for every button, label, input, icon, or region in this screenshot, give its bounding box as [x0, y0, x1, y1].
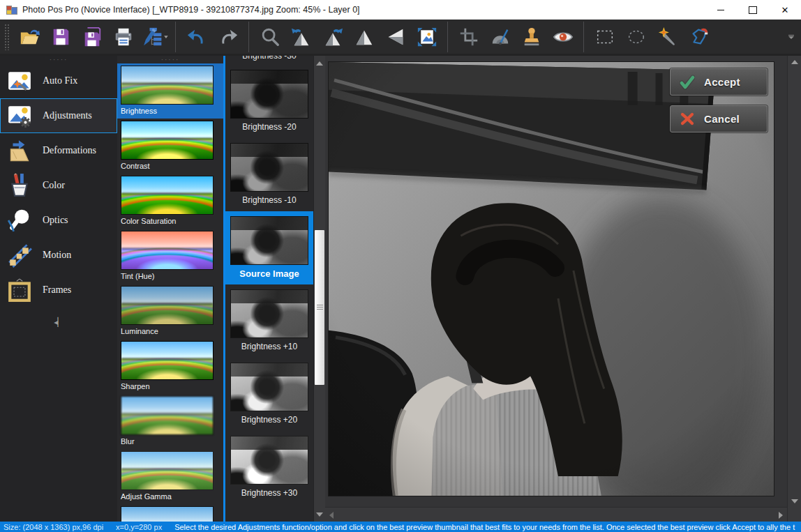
sidebar-item-optics[interactable]: Optics	[0, 203, 117, 238]
function-item-contrast[interactable]: Contrast	[117, 119, 223, 174]
action-buttons: Accept Cancel	[670, 68, 768, 132]
accept-button[interactable]: Accept	[670, 68, 768, 96]
straighten-button[interactable]	[484, 21, 516, 53]
preview-item-brightness-10[interactable]: Brightness -10	[225, 138, 313, 211]
function-item-color-saturation[interactable]: Color Saturation	[117, 174, 223, 229]
auto-fix-icon	[7, 68, 32, 93]
minimize-button[interactable]	[705, 0, 737, 20]
rotate-left-button[interactable]	[285, 21, 317, 53]
magic-wand-button[interactable]	[652, 21, 683, 53]
preview-thumbnail	[230, 70, 308, 119]
sidebar-item-deformations[interactable]: Deformations	[0, 133, 117, 168]
sidebar-item-color[interactable]: Color	[0, 168, 117, 203]
toolbar-grip[interactable]	[4, 24, 10, 50]
preview-item-brightness-20[interactable]: Brightness +20	[225, 358, 313, 431]
crop-icon	[458, 26, 479, 47]
function-item-tint-hue[interactable]: Tint (Hue)	[117, 229, 223, 284]
rotate-right-button[interactable]	[317, 21, 348, 53]
resize-image-button[interactable]	[411, 21, 442, 53]
preview-item-source-image[interactable]: Source Image	[225, 211, 313, 284]
ellipse-select-button[interactable]	[620, 21, 652, 53]
cancel-label: Cancel	[704, 113, 740, 125]
scroll-down-icon[interactable]	[791, 499, 798, 503]
canvas-vertical-scrollbar[interactable]	[788, 56, 801, 508]
scroll-right-icon[interactable]	[779, 512, 783, 519]
zoom-icon	[260, 26, 280, 47]
batch-edit-button[interactable]	[139, 21, 170, 53]
scroll-left-icon[interactable]	[329, 512, 334, 519]
collapse-panel-icon[interactable]: ◂▏	[0, 317, 117, 327]
canvas-horizontal-scrollbar[interactable]	[325, 507, 787, 522]
close-button[interactable]: ✕	[769, 0, 801, 20]
function-item-blur[interactable]: Blur	[117, 394, 223, 449]
function-item-brightness[interactable]: Brightness	[117, 63, 223, 119]
window-controls: ✕	[705, 0, 801, 20]
preview-item-brightness-10[interactable]: Brightness +10	[225, 284, 313, 358]
sidebar-item-motion[interactable]: Motion	[0, 238, 117, 273]
previews-scrollbar[interactable]	[313, 56, 325, 522]
function-item-luminance[interactable]: Luminance	[117, 284, 223, 339]
sidebar-item-auto-fix[interactable]: Auto Fix	[0, 63, 117, 98]
scroll-up-icon[interactable]	[314, 58, 325, 68]
maximize-icon	[749, 6, 757, 14]
print-button[interactable]	[107, 21, 139, 53]
crop-button[interactable]	[453, 21, 484, 53]
preview-thumbnail	[230, 143, 308, 192]
save-as-icon	[82, 26, 103, 47]
accept-label: Accept	[704, 76, 740, 88]
previews-panel: Brightness -30Brightness -20Brightness -…	[223, 56, 325, 522]
sidebar-item-label: Optics	[43, 215, 68, 226]
function-thumbnail	[121, 176, 214, 215]
function-thumbnail	[121, 66, 214, 105]
magnetic-lasso-icon	[689, 26, 710, 47]
scroll-up-icon[interactable]	[791, 60, 798, 64]
flip-horizontal-icon	[385, 26, 406, 47]
close-icon: ✕	[781, 6, 789, 15]
open-button[interactable]	[13, 21, 45, 53]
function-label: Color Saturation	[121, 217, 223, 225]
function-item-sharpen[interactable]: Sharpen	[117, 339, 223, 394]
title-bar: Photo Pos Pro (Novice Interface) [_WTP89…	[0, 0, 801, 20]
maximize-button[interactable]	[737, 0, 769, 20]
function-thumbnail	[121, 506, 214, 522]
cancel-button[interactable]: Cancel	[670, 105, 768, 132]
toolbar-separator	[248, 22, 249, 52]
flip-horizontal-button[interactable]	[380, 21, 411, 53]
preview-label: Source Image	[225, 268, 313, 279]
save-button[interactable]	[45, 21, 76, 53]
toolbar-overflow-icon[interactable]	[788, 35, 794, 39]
preview-item-brightness-20[interactable]: Brightness -20	[225, 65, 313, 138]
preview-item-brightness-30[interactable]: Brightness -30	[225, 56, 313, 65]
function-item-partial[interactable]	[117, 504, 223, 522]
open-icon	[19, 26, 40, 47]
undo-button[interactable]	[181, 21, 212, 53]
magnetic-lasso-button[interactable]	[683, 21, 714, 53]
window-title: Photo Pos Pro (Novice Interface) [_WTP89…	[22, 5, 360, 15]
scroll-down-icon[interactable]	[314, 509, 325, 519]
clone-stamp-button[interactable]	[516, 21, 547, 53]
previews-scrollbar-thumb[interactable]	[315, 230, 324, 385]
rect-select-icon	[594, 26, 615, 47]
save-as-button[interactable]	[76, 21, 107, 53]
rect-select-button[interactable]	[589, 21, 620, 53]
preview-item-brightness-30[interactable]: Brightness +30	[225, 431, 313, 504]
zoom-button[interactable]	[254, 21, 285, 53]
sidebar-item-adjustments[interactable]: Adjustments	[0, 98, 117, 133]
optics-icon	[7, 208, 32, 233]
functions-grip[interactable]: ·····	[117, 57, 223, 63]
image-size-status: Size: (2048 x 1363) px,96 dpi	[3, 523, 103, 531]
sidebar-item-label: Adjustments	[43, 110, 92, 121]
sidebar-item-label: Auto Fix	[43, 75, 77, 86]
preview-thumbnail	[230, 363, 308, 411]
red-eye-button[interactable]	[547, 21, 578, 53]
flip-vertical-button[interactable]	[348, 21, 380, 53]
function-thumbnail	[121, 231, 214, 270]
undo-icon	[186, 26, 207, 47]
preview-label: Brightness +30	[225, 488, 313, 498]
sidebar-item-label: Deformations	[43, 145, 96, 156]
canvas-viewport[interactable]: Accept Cancel	[325, 56, 787, 507]
sidebar-item-frames[interactable]: Frames	[0, 273, 117, 307]
sidebar-grip[interactable]: ·····	[0, 57, 117, 63]
redo-button[interactable]	[212, 21, 244, 53]
function-item-adjust-gamma[interactable]: Adjust Gamma	[117, 449, 223, 504]
